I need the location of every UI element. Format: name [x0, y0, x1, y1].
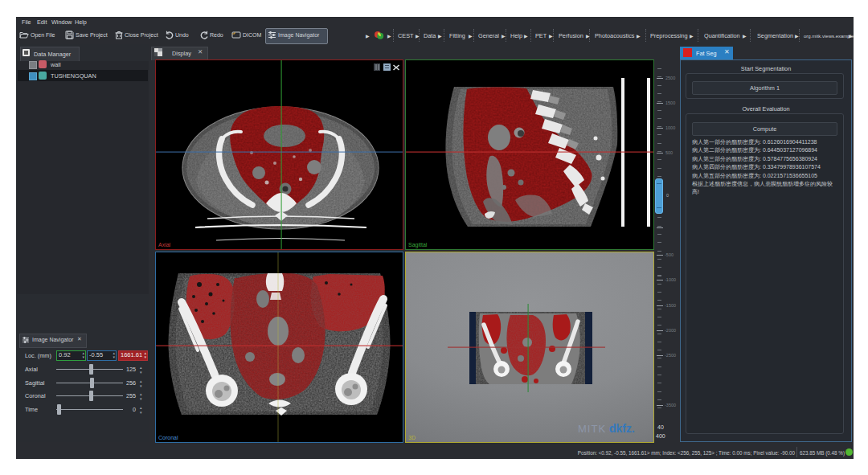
svg-text:3D: 3D: [408, 435, 416, 440]
svg-text:Sagittal: Sagittal: [408, 242, 428, 248]
svg-text:MITK: MITK: [578, 423, 606, 435]
svg-text:Coronal: Coronal: [158, 435, 178, 440]
svg-text:dkfz.: dkfz.: [609, 422, 635, 435]
svg-text:Axial: Axial: [158, 242, 171, 248]
